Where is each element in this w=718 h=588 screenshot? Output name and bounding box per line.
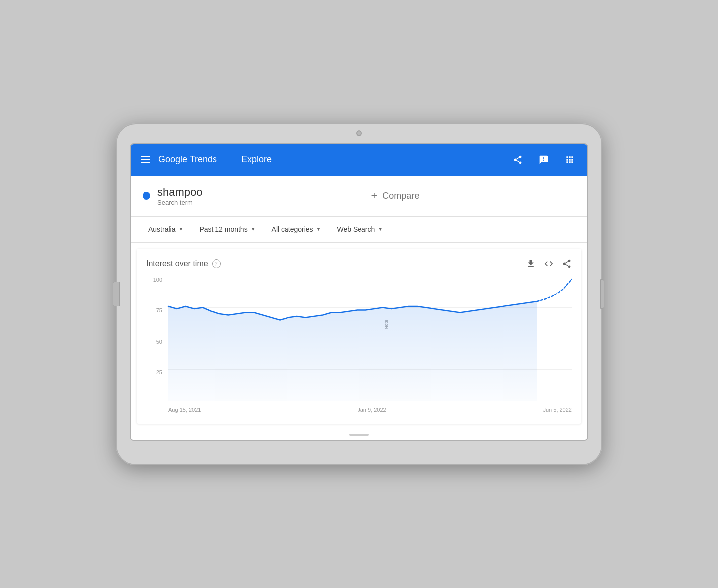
category-filter[interactable]: All categories ▼ (266, 222, 327, 236)
chart-title-area: Interest over time ? (146, 259, 221, 268)
category-label: All categories (272, 225, 313, 233)
app-name: Google Trends (158, 154, 217, 165)
chart-header: Interest over time ? (146, 259, 572, 269)
y-label-25: 25 (156, 369, 162, 375)
bottom-bar (131, 430, 587, 440)
search-term-box[interactable]: shampoo Search term (131, 176, 359, 216)
header-actions (510, 152, 577, 168)
menu-icon[interactable] (141, 156, 150, 163)
x-label-jun: Jun 5, 2022 (543, 407, 572, 413)
x-axis: Aug 15, 2021 Jan 9, 2022 Jun 5, 2022 (168, 404, 572, 416)
time-range-label: Past 12 months (199, 225, 247, 233)
chart-container: Interest over time ? (137, 249, 581, 424)
search-type-label: Web Search (337, 225, 375, 233)
y-axis: 100 75 50 25 (146, 277, 166, 401)
compare-label: Compare (382, 191, 419, 201)
region-label: Australia (148, 225, 175, 233)
scroll-indicator (349, 434, 369, 436)
content-area: shampoo Search term + Compare Australia … (131, 176, 587, 440)
tablet-frame: Google Trends Explore (116, 123, 602, 465)
feedback-icon[interactable] (536, 152, 552, 168)
category-arrow-icon: ▼ (316, 226, 321, 232)
filters-bar: Australia ▼ Past 12 months ▼ All categor… (131, 217, 587, 243)
region-arrow-icon: ▼ (178, 226, 183, 232)
y-label-50: 50 (156, 339, 162, 345)
header-divider (229, 153, 229, 167)
app-logo[interactable]: Google Trends (158, 154, 217, 165)
compare-box[interactable]: + Compare (359, 176, 588, 216)
search-term-word: shampoo (157, 186, 203, 199)
x-label-jan: Jan 9, 2022 (358, 407, 386, 413)
y-label-100: 100 (153, 277, 162, 283)
grid-line-0 (168, 401, 572, 401)
tablet-button-right (600, 279, 604, 309)
search-term-label: Search term (157, 199, 203, 206)
chart-plot: Note (168, 277, 572, 401)
search-type-filter[interactable]: Web Search ▼ (331, 222, 389, 236)
chart-actions (526, 259, 572, 269)
chart-area: 100 75 50 25 (146, 277, 572, 416)
tablet-button-left (113, 282, 120, 306)
y-label-75: 75 (156, 307, 162, 313)
time-range-filter[interactable]: Past 12 months ▼ (193, 222, 261, 236)
section-title: Explore (241, 154, 272, 165)
search-type-arrow-icon: ▼ (378, 226, 383, 232)
trend-line-svg (168, 277, 572, 401)
apps-icon[interactable] (562, 152, 577, 168)
region-filter[interactable]: Australia ▼ (143, 222, 189, 236)
search-dot (143, 192, 150, 200)
compare-plus-icon: + (371, 189, 378, 202)
chart-title: Interest over time (146, 259, 208, 268)
chart-help-icon[interactable]: ? (212, 259, 221, 268)
share-icon[interactable] (510, 152, 526, 168)
time-range-arrow-icon: ▼ (251, 226, 256, 232)
download-icon[interactable] (526, 259, 536, 269)
chart-share-icon[interactable] (562, 259, 572, 269)
embed-icon[interactable] (544, 259, 554, 269)
app-header: Google Trends Explore (131, 144, 587, 176)
search-bar: shampoo Search term + Compare (131, 176, 587, 217)
tablet-screen: Google Trends Explore (130, 143, 588, 441)
search-term-info: shampoo Search term (157, 186, 203, 206)
tablet-camera (356, 130, 362, 136)
x-label-aug: Aug 15, 2021 (168, 407, 201, 413)
